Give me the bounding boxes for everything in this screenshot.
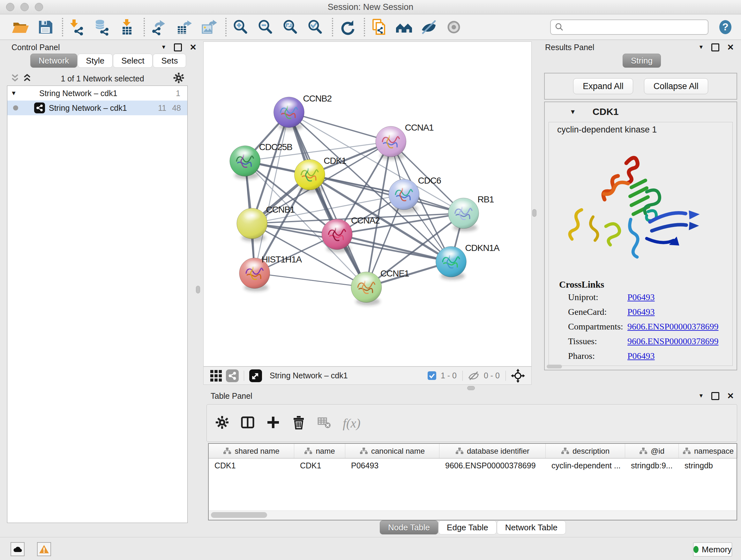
- control-panel-close-icon[interactable]: ✕: [190, 43, 197, 52]
- tab-string[interactable]: String: [623, 54, 661, 68]
- houses-icon: [395, 18, 413, 36]
- zoom-out-button[interactable]: [256, 17, 275, 37]
- tab-network-table[interactable]: Network Table: [497, 520, 566, 535]
- table-cell: 9606.ENSP00000378699: [440, 458, 546, 473]
- collapse-all-button[interactable]: Collapse All: [644, 78, 708, 94]
- column-header-database-identifier[interactable]: database identifier: [440, 444, 546, 458]
- show-columns-button[interactable]: [241, 415, 255, 431]
- table-toolbar: f(x): [206, 404, 737, 442]
- column-header--id[interactable]: @id: [625, 444, 679, 458]
- help-button[interactable]: ?: [717, 18, 734, 37]
- tab-select[interactable]: Select: [113, 54, 152, 68]
- right-divider-handle[interactable]: [532, 209, 536, 217]
- expand-all-networks-icon[interactable]: [10, 73, 20, 84]
- add-column-button[interactable]: [266, 415, 280, 431]
- network-node-CDK1[interactable]: [294, 159, 325, 193]
- results-scrollbar-thumb[interactable]: [547, 365, 562, 368]
- node-label-CCNA2: CCNA2: [351, 215, 380, 226]
- hidden-eye-icon[interactable]: [468, 370, 479, 381]
- search-input[interactable]: [564, 22, 708, 32]
- import-table-button[interactable]: [118, 17, 137, 37]
- table-type-tabs: Node TableEdge TableNetwork Table: [380, 520, 566, 535]
- results-panel-menu-icon[interactable]: ▼: [698, 44, 704, 51]
- export-table-button[interactable]: [174, 17, 193, 37]
- column-header-description[interactable]: description: [546, 444, 625, 458]
- crosshair-move-button[interactable]: [511, 369, 525, 383]
- crosslink-link[interactable]: P06493: [627, 307, 655, 317]
- tab-style[interactable]: Style: [77, 54, 113, 68]
- network-node-CCNA1[interactable]: [376, 126, 406, 160]
- import-network-database-button[interactable]: [92, 17, 112, 37]
- search-field[interactable]: [550, 19, 709, 35]
- network-node-CCNB1[interactable]: [237, 208, 267, 242]
- collection-label: String Network – cdk1: [39, 89, 118, 98]
- export-image-button[interactable]: [199, 17, 218, 37]
- gene-collapse-caret-icon[interactable]: ▼: [569, 108, 576, 116]
- network-collection-row[interactable]: ▼ String Network – cdk1 1: [7, 86, 187, 101]
- export-network-button[interactable]: [149, 17, 169, 37]
- table-panel-close-icon[interactable]: ✕: [727, 391, 734, 401]
- expand-all-button[interactable]: Expand All: [573, 78, 633, 94]
- delete-table-button[interactable]: [317, 415, 331, 431]
- detach-view-button[interactable]: [249, 369, 262, 382]
- collapse-all-networks-icon[interactable]: [22, 73, 32, 84]
- tab-sets[interactable]: Sets: [153, 54, 186, 68]
- table-horizontal-scrollbar[interactable]: [209, 510, 737, 520]
- bottom-divider-handle[interactable]: [467, 386, 475, 390]
- refresh-button[interactable]: [338, 17, 357, 37]
- open-session-button[interactable]: [11, 17, 30, 37]
- results-panel-float-icon[interactable]: [711, 44, 719, 51]
- table-panel-menu-icon[interactable]: ▼: [698, 393, 704, 399]
- network-node-CCNE1[interactable]: [351, 272, 382, 306]
- cloud-status-button[interactable]: [10, 542, 24, 556]
- warning-status-button[interactable]: [37, 542, 51, 556]
- column-header-canonical-name[interactable]: canonical name: [345, 444, 440, 458]
- table-panel-float-icon[interactable]: [711, 392, 719, 400]
- control-panel-float-icon[interactable]: [174, 44, 182, 51]
- tab-edge-table[interactable]: Edge Table: [439, 520, 496, 535]
- column-hierarchy-icon: [683, 447, 691, 455]
- column-hierarchy-icon: [561, 447, 569, 455]
- collection-caret-icon[interactable]: ▼: [7, 90, 20, 97]
- network-canvas[interactable]: CCNB2CCNA1CDC25BCDK1CDC6RB1CCNB1CCNA2CDK…: [203, 42, 532, 367]
- table-options-gear-button[interactable]: [215, 415, 229, 431]
- grid-view-button[interactable]: [210, 370, 222, 382]
- tab-network[interactable]: Network: [30, 54, 77, 68]
- import-network-file-button[interactable]: [68, 17, 87, 37]
- hide-selected-button[interactable]: [419, 17, 439, 37]
- string-home-button[interactable]: [394, 17, 414, 37]
- column-header-name[interactable]: name: [294, 444, 345, 458]
- network-node-CDKN1A[interactable]: [436, 246, 467, 280]
- network-node-CDC25B[interactable]: [230, 145, 260, 179]
- save-session-button[interactable]: [36, 17, 55, 37]
- crosslink-label: Compartments:: [568, 321, 627, 332]
- scrollbar-thumb[interactable]: [211, 512, 267, 518]
- crosslink-link[interactable]: 9606.ENSP00000378699: [627, 336, 718, 347]
- crosslink-link[interactable]: P06493: [627, 351, 655, 361]
- network-share-button[interactable]: [226, 369, 239, 382]
- table-cell: CDK1: [209, 458, 294, 473]
- network-node-RB1[interactable]: [448, 198, 479, 232]
- crosslink-link[interactable]: 9606.ENSP00000378699: [627, 321, 718, 332]
- table-row[interactable]: CDK1CDK1P064939606.ENSP00000378699cyclin…: [209, 458, 737, 473]
- crosslink-link[interactable]: P06493: [627, 292, 655, 302]
- zoom-selected-button[interactable]: [306, 17, 325, 37]
- control-panel-menu-icon[interactable]: ▼: [161, 44, 166, 51]
- memory-button[interactable]: Memory: [693, 543, 732, 557]
- network-view-toolbar: String Network – cdk1 1 - 0 0 - 0: [203, 367, 532, 385]
- left-divider-handle[interactable]: [196, 286, 200, 294]
- network-options-gear-icon[interactable]: [173, 72, 185, 85]
- zoom-fit-button[interactable]: [281, 17, 300, 37]
- delete-column-button[interactable]: [292, 415, 306, 431]
- column-header-shared-name[interactable]: shared name: [209, 444, 294, 458]
- network-node-CCNA2[interactable]: [322, 219, 352, 253]
- zoom-in-button[interactable]: [231, 17, 250, 37]
- show-all-button[interactable]: [444, 17, 463, 37]
- tab-node-table[interactable]: Node Table: [380, 520, 438, 535]
- column-header-namespace[interactable]: namespace: [679, 444, 738, 458]
- selected-checkbox-icon[interactable]: [428, 371, 436, 380]
- function-builder-button[interactable]: f(x): [343, 416, 360, 431]
- results-panel-close-icon[interactable]: ✕: [727, 43, 734, 52]
- network-row-selected[interactable]: String Network – cdk1 11 48: [7, 101, 187, 115]
- copy-document-button[interactable]: [369, 17, 389, 37]
